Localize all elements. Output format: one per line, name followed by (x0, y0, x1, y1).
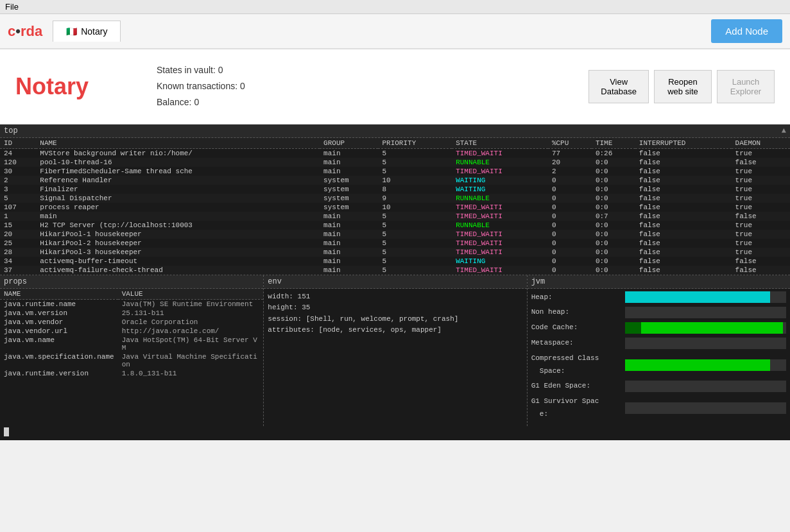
cell-name: Reference Handler (36, 176, 320, 185)
cell-name: MVStore background writer nio:/home/ (36, 148, 320, 158)
cell-interrupted: false (635, 203, 732, 212)
cell-state: WAITING (452, 176, 548, 185)
cell-priority: 9 (378, 194, 452, 203)
launch-explorer-button[interactable]: LaunchExplorer (717, 70, 775, 103)
cell-time: 0:7 (592, 212, 635, 221)
cell-priority: 8 (378, 185, 452, 194)
table-row: 20 HikariPool-1 housekeeper main 5 TIMED… (0, 230, 790, 239)
cell-interrupted: false (635, 185, 732, 194)
node-stats: States in vault: 0 Known transactions: 0… (157, 62, 245, 111)
cell-cpu: 0 (548, 194, 592, 203)
col-interrupted: INTERRUPTED (635, 138, 732, 149)
cell-time: 0:0 (592, 248, 635, 257)
cell-daemon: false (732, 212, 790, 221)
jvm-codecache-label: Code Cache: (531, 322, 621, 334)
cell-cpu: 0 (548, 212, 592, 221)
col-priority: PRIORITY (378, 138, 452, 149)
table-row: 24 MVStore background writer nio:/home/ … (0, 148, 790, 158)
cell-name: pool-10-thread-16 (36, 158, 320, 167)
cell-interrupted: false (635, 221, 732, 230)
cell-priority: 10 (378, 203, 452, 212)
states-value: 0 (218, 65, 223, 75)
cell-daemon: true (732, 248, 790, 257)
col-name: NAME (36, 138, 320, 149)
monitor-container: top ▲ ID NAME GROUP PRIORITY STATE %CPU … (0, 124, 790, 440)
cell-time: 0:0 (592, 266, 635, 275)
cell-cpu: 20 (548, 158, 592, 167)
notary-tab[interactable]: 🇮🇹 Notary (53, 21, 121, 42)
cell-daemon: true (732, 167, 790, 176)
table-row: 37 activemq-failure-check-thread main 5 … (0, 266, 790, 275)
col-group: GROUP (320, 138, 378, 149)
cell-interrupted: false (635, 257, 732, 266)
transactions-label: Known transactions: (157, 81, 237, 91)
logo-area: c•rda (8, 23, 42, 40)
cell-daemon: false (732, 257, 790, 266)
table-row: java.runtime.name Java(TM) SE Runtime En… (0, 299, 263, 309)
bottom-panels: props NAME VALUE java.runtime.name Java(… (0, 275, 790, 426)
cell-group: main (320, 230, 378, 239)
table-row: 30 FiberTimedScheduler-Same thread sche … (0, 167, 790, 176)
prop-name: java.vm.version (0, 309, 118, 318)
reopen-website-button[interactable]: Reopenweb site (654, 70, 712, 103)
cell-interrupted: false (635, 266, 732, 275)
cell-id: 107 (0, 203, 36, 212)
jvm-compclass-bar (625, 359, 786, 371)
table-row: java.runtime.version 1.8.0_131-b11 (0, 369, 263, 378)
table-row: java.vm.name Java HotSpot(TM) 64-Bit Ser… (0, 336, 263, 352)
states-label: States in vault: (157, 65, 216, 75)
cell-priority: 5 (378, 257, 452, 266)
cell-state: RUNNABLE (452, 194, 548, 203)
cell-daemon: true (732, 194, 790, 203)
cell-id: 37 (0, 266, 36, 275)
cell-cpu: 0 (548, 203, 592, 212)
cell-id: 20 (0, 230, 36, 239)
cell-group: main (320, 221, 378, 230)
prop-value: Oracle Corporation (118, 318, 264, 327)
cell-name: Finalizer (36, 185, 320, 194)
cell-cpu: 0 (548, 221, 592, 230)
top-bar: c•rda 🇮🇹 Notary Add Node (0, 14, 790, 49)
view-database-button[interactable]: ViewDatabase (588, 70, 649, 103)
file-menu[interactable]: File (5, 2, 19, 12)
cell-id: 120 (0, 158, 36, 167)
cell-daemon: true (732, 176, 790, 185)
jvm-compclass-row: Compressed Class Space: (531, 352, 786, 378)
props-col-name: NAME (0, 289, 118, 300)
node-title: Notary (15, 73, 131, 100)
col-time: TIME (592, 138, 635, 149)
props-header-row: NAME VALUE (0, 289, 263, 300)
menu-bar: File (0, 0, 790, 14)
table-row: java.vm.version 25.131-b11 (0, 309, 263, 318)
balance-value: 0 (194, 97, 199, 107)
props-panel: props NAME VALUE java.runtime.name Java(… (0, 275, 263, 426)
node-actions: ViewDatabase Reopenweb site LaunchExplor… (588, 70, 775, 103)
table-row: 1 main main 5 TIMED_WAITI 0 0:7 false fa… (0, 212, 790, 221)
jvm-heap-label: Heap: (531, 291, 621, 304)
cell-name: HikariPool-1 housekeeper (36, 230, 320, 239)
table-row: 120 pool-10-thread-16 main 5 RUNNABLE 20… (0, 158, 790, 167)
cell-group: main (320, 148, 378, 158)
prop-name: java.vendor.url (0, 327, 118, 336)
jvm-content: Heap: Non heap: Code Cache: (528, 289, 790, 426)
cell-cpu: 0 (548, 239, 592, 248)
cell-name: FiberTimedScheduler-Same thread sche (36, 167, 320, 176)
jvm-g1survivor-bar (625, 402, 786, 414)
cell-state: WAITING (452, 185, 548, 194)
tab-label: Notary (81, 26, 107, 37)
top-section-header: top ▲ (0, 124, 790, 138)
cell-name: HikariPool-3 housekeeper (36, 248, 320, 257)
cell-time: 0:0 (592, 185, 635, 194)
cell-cpu: 77 (548, 148, 592, 158)
cell-time: 0:0 (592, 194, 635, 203)
cell-state: TIMED_WAITI (452, 230, 548, 239)
cell-time: 0:0 (592, 239, 635, 248)
cell-state: TIMED_WAITI (452, 148, 548, 158)
corda-logo: c•rda (8, 23, 42, 40)
prop-name: java.vm.vendor (0, 318, 118, 327)
threads-header-row: ID NAME GROUP PRIORITY STATE %CPU TIME I… (0, 138, 790, 149)
scroll-indicator[interactable]: ▲ (782, 126, 786, 135)
add-node-button[interactable]: Add Node (711, 19, 782, 43)
jvm-g1eden-bar (625, 381, 786, 392)
table-row: 3 Finalizer system 8 WAITING 0 0:0 false… (0, 185, 790, 194)
